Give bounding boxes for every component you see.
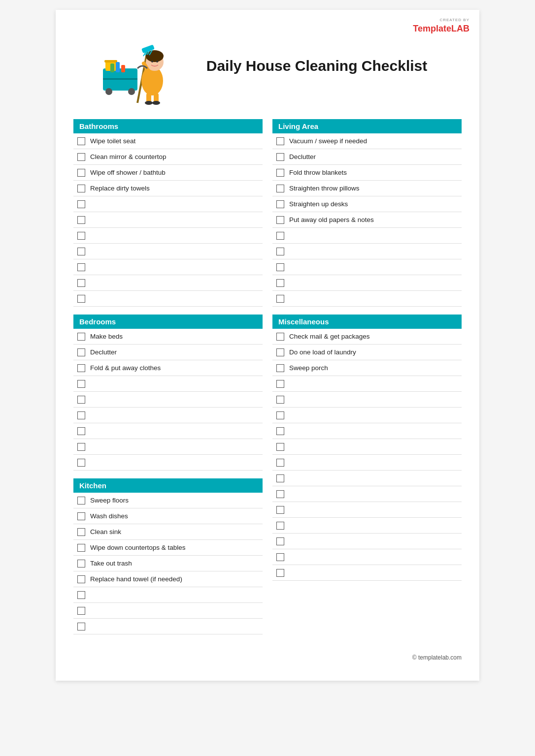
- checkbox[interactable]: [276, 185, 284, 192]
- checklist-item[interactable]: [73, 619, 263, 634]
- checkbox[interactable]: [77, 528, 85, 536]
- checkbox[interactable]: [77, 443, 85, 451]
- checkbox[interactable]: [77, 137, 85, 145]
- checklist-item[interactable]: Replace hand towel (if needed): [73, 571, 263, 587]
- checkbox[interactable]: [276, 522, 284, 530]
- checkbox[interactable]: [77, 295, 85, 303]
- checkbox[interactable]: [276, 232, 284, 240]
- checklist-item[interactable]: Straighten throw pillows: [272, 181, 462, 196]
- checklist-item[interactable]: Vacuum / sweep if needed: [272, 133, 462, 149]
- checkbox[interactable]: [276, 396, 284, 404]
- checklist-item[interactable]: [272, 423, 462, 439]
- checklist-item[interactable]: Sweep porch: [272, 360, 462, 376]
- checklist-item[interactable]: [272, 275, 462, 291]
- checkbox[interactable]: [276, 380, 284, 388]
- checklist-item[interactable]: [272, 502, 462, 518]
- checkbox[interactable]: [276, 153, 284, 161]
- checkbox[interactable]: [77, 153, 85, 161]
- checkbox[interactable]: [77, 279, 85, 287]
- checkbox[interactable]: [276, 200, 284, 208]
- checklist-item[interactable]: [272, 392, 462, 408]
- checkbox[interactable]: [276, 216, 284, 224]
- checklist-item[interactable]: [272, 228, 462, 244]
- checkbox[interactable]: [77, 544, 85, 552]
- checklist-item[interactable]: [73, 196, 263, 212]
- checklist-item[interactable]: [272, 376, 462, 392]
- checkbox[interactable]: [77, 512, 85, 520]
- checkbox[interactable]: [77, 348, 85, 356]
- checkbox[interactable]: [77, 623, 85, 630]
- checklist-item[interactable]: Replace dirty towels: [73, 181, 263, 196]
- checkbox[interactable]: [276, 553, 284, 561]
- checkbox[interactable]: [77, 411, 85, 419]
- checklist-item[interactable]: [73, 408, 263, 423]
- checkbox[interactable]: [77, 591, 85, 599]
- checklist-item[interactable]: [73, 455, 263, 471]
- checkbox[interactable]: [77, 560, 85, 567]
- checklist-item[interactable]: [73, 259, 263, 275]
- checklist-item[interactable]: Wipe toilet seat: [73, 133, 263, 149]
- checklist-item[interactable]: [73, 275, 263, 291]
- checkbox[interactable]: [77, 169, 85, 177]
- checkbox[interactable]: [77, 427, 85, 435]
- checkbox[interactable]: [77, 263, 85, 271]
- checklist-item[interactable]: Make beds: [73, 329, 263, 345]
- checklist-item[interactable]: [73, 423, 263, 439]
- checklist-item[interactable]: [272, 486, 462, 502]
- checklist-item[interactable]: [272, 408, 462, 423]
- checkbox[interactable]: [77, 248, 85, 255]
- checklist-item[interactable]: [73, 376, 263, 392]
- checkbox[interactable]: [77, 216, 85, 224]
- checklist-item[interactable]: [73, 603, 263, 619]
- checklist-item[interactable]: Take out trash: [73, 556, 263, 571]
- checkbox[interactable]: [77, 232, 85, 240]
- checklist-item[interactable]: [272, 244, 462, 259]
- checklist-item[interactable]: [73, 212, 263, 228]
- checklist-item[interactable]: Wipe down countertops & tables: [73, 540, 263, 556]
- checklist-item[interactable]: [73, 439, 263, 455]
- checklist-item[interactable]: [272, 534, 462, 549]
- checkbox[interactable]: [276, 348, 284, 356]
- checkbox[interactable]: [276, 443, 284, 451]
- checklist-item[interactable]: [73, 244, 263, 259]
- checklist-item[interactable]: Clean sink: [73, 524, 263, 540]
- checklist-item[interactable]: Declutter: [272, 149, 462, 165]
- checkbox[interactable]: [77, 607, 85, 615]
- checklist-item[interactable]: Straighten up desks: [272, 196, 462, 212]
- checklist-item[interactable]: [272, 518, 462, 534]
- checkbox[interactable]: [77, 200, 85, 208]
- checkbox[interactable]: [276, 333, 284, 341]
- checkbox[interactable]: [276, 364, 284, 372]
- checkbox[interactable]: [77, 396, 85, 404]
- checklist-item[interactable]: [272, 549, 462, 565]
- checkbox[interactable]: [77, 459, 85, 467]
- checkbox[interactable]: [276, 537, 284, 545]
- checklist-item[interactable]: [272, 439, 462, 455]
- checkbox[interactable]: [276, 459, 284, 467]
- checkbox[interactable]: [276, 295, 284, 303]
- checklist-item[interactable]: Wash dishes: [73, 508, 263, 524]
- checkbox[interactable]: [77, 575, 85, 583]
- checkbox[interactable]: [276, 169, 284, 177]
- checklist-item[interactable]: Declutter: [73, 345, 263, 360]
- checkbox[interactable]: [276, 490, 284, 498]
- checkbox[interactable]: [276, 411, 284, 419]
- checklist-item[interactable]: Fold throw blankets: [272, 165, 462, 181]
- checklist-item[interactable]: [272, 471, 462, 486]
- checklist-item[interactable]: [73, 228, 263, 244]
- checkbox[interactable]: [77, 380, 85, 388]
- checklist-item[interactable]: [272, 291, 462, 307]
- checklist-item[interactable]: [272, 565, 462, 581]
- checklist-item[interactable]: [73, 392, 263, 408]
- checkbox[interactable]: [276, 263, 284, 271]
- checkbox[interactable]: [77, 364, 85, 372]
- checklist-item[interactable]: Put away old papers & notes: [272, 212, 462, 228]
- checklist-item[interactable]: [272, 259, 462, 275]
- checklist-item[interactable]: [272, 455, 462, 471]
- checklist-item[interactable]: Do one load of laundry: [272, 345, 462, 360]
- checklist-item[interactable]: Sweep floors: [73, 493, 263, 508]
- checklist-item[interactable]: Check mail & get packages: [272, 329, 462, 345]
- checkbox[interactable]: [276, 569, 284, 577]
- checklist-item[interactable]: [73, 587, 263, 603]
- checkbox[interactable]: [77, 185, 85, 192]
